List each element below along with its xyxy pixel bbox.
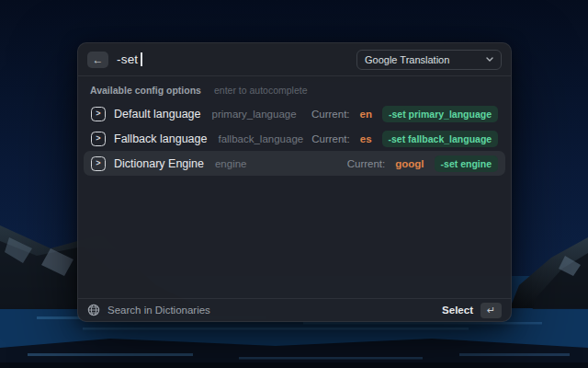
dropdown-selected-label: Google Translation bbox=[365, 54, 449, 65]
section-hint: enter to autocomplete bbox=[214, 85, 308, 96]
chevron-down-icon bbox=[486, 57, 493, 62]
command-dropdown[interactable]: Google Translation bbox=[356, 50, 502, 70]
primary-action[interactable]: Select ↵ bbox=[442, 303, 502, 318]
command-tag: -set fallback_language bbox=[382, 131, 499, 147]
current-value: en bbox=[360, 109, 372, 120]
globe-icon bbox=[87, 304, 100, 316]
item-subtitle: primary_language bbox=[212, 109, 297, 120]
list-item-dictionary-engine[interactable]: > Dictionary Engine engine Current: goog… bbox=[84, 151, 505, 176]
current-value: es bbox=[360, 133, 372, 144]
enter-key-icon: ↵ bbox=[481, 303, 502, 318]
item-accessories: Current: en -set primary_language bbox=[311, 106, 498, 122]
back-button[interactable]: ← bbox=[87, 52, 108, 68]
search-input[interactable]: -set bbox=[117, 52, 348, 66]
section-title: Available config options bbox=[90, 85, 201, 96]
current-value: googl bbox=[395, 158, 424, 169]
launcher-window: ← -set Google Translation Available conf… bbox=[77, 42, 512, 322]
search-input-value: -set bbox=[117, 52, 138, 66]
item-title: Default language bbox=[114, 108, 201, 121]
terminal-prompt-icon: > bbox=[91, 107, 106, 121]
item-accessories: Current: googl -set engine bbox=[347, 155, 498, 172]
list-item-default-language[interactable]: > Default language primary_language Curr… bbox=[84, 101, 505, 126]
item-title: Dictionary Engine bbox=[114, 157, 204, 170]
item-subtitle: engine bbox=[215, 158, 247, 169]
section-header: Available config options enter to autoco… bbox=[78, 76, 511, 101]
action-bar: Search in Dictionaries Select ↵ bbox=[78, 298, 511, 321]
terminal-prompt-icon: > bbox=[91, 156, 106, 171]
item-accessories: Current: es -set fallback_language bbox=[311, 131, 498, 147]
current-label: Current: bbox=[347, 158, 386, 169]
item-subtitle: fallback_language bbox=[218, 133, 303, 144]
terminal-prompt-icon: > bbox=[91, 132, 106, 146]
empty-results-area bbox=[78, 176, 511, 298]
search-bar: ← -set Google Translation bbox=[78, 43, 511, 76]
item-title: Fallback language bbox=[114, 132, 207, 145]
config-options-list: > Default language primary_language Curr… bbox=[78, 101, 511, 176]
list-item-fallback-language[interactable]: > Fallback language fallback_language Cu… bbox=[84, 126, 505, 151]
current-label: Current: bbox=[311, 109, 350, 120]
command-tag: -set primary_language bbox=[382, 106, 498, 122]
command-tag: -set engine bbox=[435, 155, 498, 172]
current-label: Current: bbox=[311, 133, 350, 144]
text-caret bbox=[141, 52, 142, 66]
action-label: Select bbox=[442, 305, 473, 316]
extension-name: Search in Dictionaries bbox=[107, 305, 210, 316]
back-arrow-icon: ← bbox=[93, 54, 104, 65]
